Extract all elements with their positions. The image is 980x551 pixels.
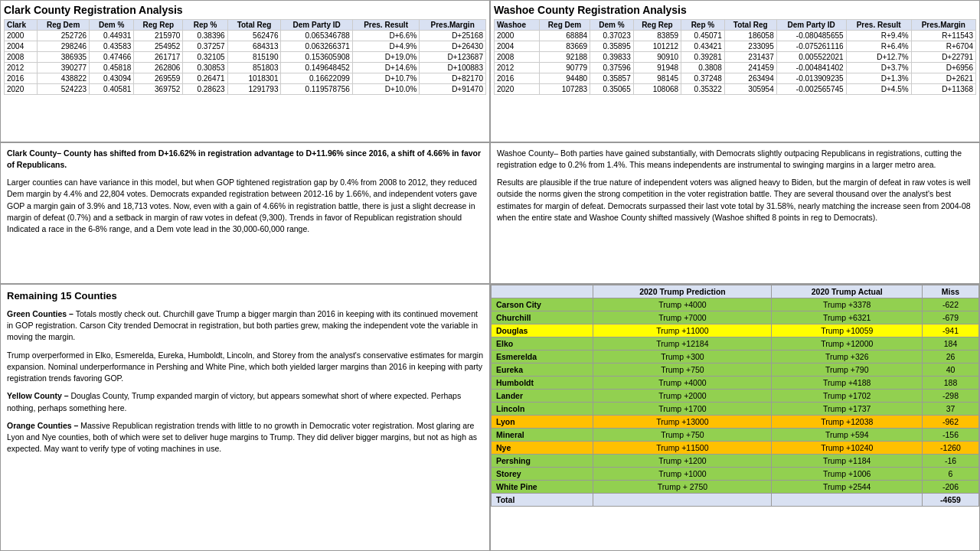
- clark-cell: 0.32105: [183, 52, 227, 63]
- washoe-cell: 0.45071: [681, 31, 725, 41]
- pred-county: White Pine: [492, 481, 593, 494]
- washoe-cell: 90910: [633, 52, 681, 63]
- clark-header: Reg Rep: [134, 20, 183, 31]
- green-paragraph: Green Counties – Totals mostly check out…: [7, 308, 483, 344]
- clark-cell: 0.16622099: [281, 73, 352, 84]
- washoe-cell: 2016: [495, 73, 540, 84]
- washoe-header: Pres.Margin: [911, 20, 975, 31]
- clark-cell: D+26430: [420, 41, 486, 52]
- pred-miss: -679: [923, 311, 979, 324]
- pred-header: [492, 285, 593, 298]
- pred-miss: -206: [923, 481, 979, 494]
- pred-prediction: Trump +1000: [593, 468, 772, 481]
- pred-prediction: Trump +2000: [593, 390, 772, 403]
- yellow-paragraph: Yellow County – Douglas County, Trump ex…: [7, 390, 483, 413]
- pred-county: Mineral: [492, 429, 593, 442]
- clark-analysis-p1: Clark County– County has shifted from D+…: [7, 148, 483, 171]
- pred-actual: Trump +1184: [772, 455, 923, 468]
- clark-header: Pres.Margin: [420, 20, 486, 31]
- clark-cell: D+14.6%: [352, 63, 419, 73]
- washoe-cell: 0.37596: [590, 63, 634, 73]
- clark-cell: 2004: [5, 41, 38, 52]
- pred-prediction: Trump +750: [593, 364, 772, 377]
- pred-actual: Trump +10059: [772, 324, 923, 337]
- washoe-cell: R+6704: [911, 41, 975, 52]
- washoe-section: Washoe County Registration Analysis Wash…: [490, 0, 980, 142]
- pred-miss: -1260: [923, 442, 979, 455]
- pred-actual: Trump +1737: [772, 403, 923, 416]
- washoe-analysis-p1: Washoe County– Both parties have gained …: [497, 148, 973, 171]
- pred-actual: Trump +594: [772, 429, 923, 442]
- washoe-cell: 107283: [540, 84, 590, 95]
- green-text: Totals mostly check out. Churchill gave …: [7, 309, 478, 341]
- pred-county: Lincoln: [492, 403, 593, 416]
- clark-cell: 0.47466: [90, 52, 134, 63]
- clark-cell: D+10.7%: [352, 73, 419, 84]
- predictions-section: 2020 Trump Prediction2020 Trump ActualMi…: [490, 284, 980, 551]
- pred-county: Carson City: [492, 298, 593, 311]
- pred-miss: -941: [923, 324, 979, 337]
- pred-miss: 26: [923, 350, 979, 364]
- clark-analysis-p2: Larger counties can have variance in thi…: [7, 177, 483, 235]
- washoe-cell: -0.004841402: [776, 63, 846, 73]
- washoe-cell: 94480: [540, 73, 590, 84]
- pred-miss: 6: [923, 468, 979, 481]
- clark-analysis: Clark County– County has shifted from D+…: [0, 142, 490, 284]
- washoe-analysis-p2: Results are plausible if the true nature…: [497, 177, 973, 223]
- orange-paragraph: Orange Counties – Massive Republican reg…: [7, 420, 483, 455]
- clark-cell: 438822: [38, 73, 90, 84]
- washoe-header: Dem %: [590, 20, 634, 31]
- clark-header: Reg Dem: [38, 20, 90, 31]
- washoe-cell: D+1.3%: [846, 73, 911, 84]
- pred-county: Nye: [492, 442, 593, 455]
- washoe-cell: 83669: [540, 41, 590, 52]
- washoe-cell: -0.013909235: [776, 73, 846, 84]
- pred-county: Esmerelda: [492, 350, 593, 364]
- pred-actual: Trump +1702: [772, 390, 923, 403]
- clark-header: Clark: [5, 20, 38, 31]
- washoe-cell: 0.3808: [681, 63, 725, 73]
- pred-miss: -16: [923, 455, 979, 468]
- washoe-cell: 108068: [633, 84, 681, 95]
- clark-cell: D+19.0%: [352, 52, 419, 63]
- pred-county: Storey: [492, 468, 593, 481]
- pred-prediction: Trump +1200: [593, 455, 772, 468]
- pred-header: 2020 Trump Prediction: [593, 285, 772, 298]
- clark-cell: 562476: [227, 31, 281, 41]
- pred-prediction: Trump +1700: [593, 403, 772, 416]
- clark-cell: 851803: [227, 63, 281, 73]
- clark-cell: 0.26471: [183, 73, 227, 84]
- washoe-cell: R+9.4%: [846, 31, 911, 41]
- clark-cell: 0.28623: [183, 84, 227, 95]
- clark-cell: 0.38396: [183, 31, 227, 41]
- pred-miss: -298: [923, 390, 979, 403]
- washoe-header: Reg Dem: [540, 20, 590, 31]
- clark-header: Dem %: [90, 20, 134, 31]
- orange-text: Massive Republican registration trends w…: [7, 421, 477, 453]
- washoe-cell: 0.35065: [590, 84, 634, 95]
- pred-miss: 184: [923, 337, 979, 350]
- washoe-cell: D+2621: [911, 73, 975, 84]
- washoe-cell: -0.002565745: [776, 84, 846, 95]
- pred-prediction: Trump +4000: [593, 298, 772, 311]
- clark-cell: 0.44931: [90, 31, 134, 41]
- pred-prediction: Trump +7000: [593, 311, 772, 324]
- remaining-text: Remaining 15 Counties Green Counties – T…: [0, 284, 490, 551]
- predictions-table: 2020 Trump Prediction2020 Trump ActualMi…: [491, 285, 979, 507]
- clark-cell: 261717: [134, 52, 183, 63]
- clark-cell: 2020: [5, 84, 38, 95]
- clark-cell: 386935: [38, 52, 90, 63]
- clark-cell: 1291793: [227, 84, 281, 95]
- clark-cell: 1018301: [227, 73, 281, 84]
- washoe-header: Rep %: [681, 20, 725, 31]
- clark-cell: 0.063266371: [281, 41, 352, 52]
- yellow-label: Yellow County –: [7, 391, 69, 400]
- washoe-cell: -0.080485655: [776, 31, 846, 41]
- pred-prediction: Trump +4000: [593, 377, 772, 390]
- pred-actual: Trump +10240: [772, 442, 923, 455]
- washoe-cell: 83859: [633, 31, 681, 41]
- washoe-cell: 91948: [633, 63, 681, 73]
- washoe-cell: D+12.7%: [846, 52, 911, 63]
- pred-actual: Trump +326: [772, 350, 923, 364]
- pred-prediction: Trump + 2750: [593, 481, 772, 494]
